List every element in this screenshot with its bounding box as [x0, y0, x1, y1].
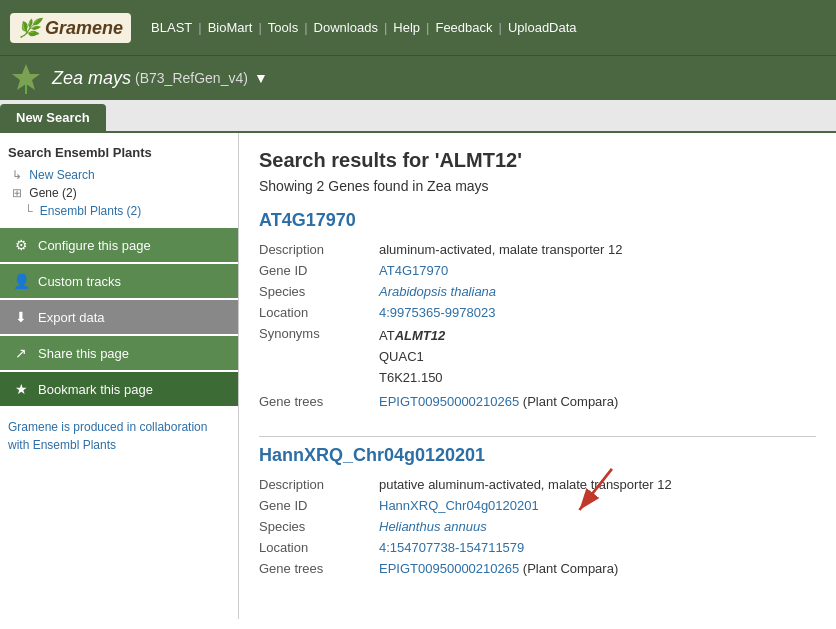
nav-tools[interactable]: Tools: [268, 20, 298, 35]
custom-tracks-icon: 👤: [12, 272, 30, 290]
sidebar-prefix-1: ↳: [12, 168, 22, 182]
table-row: Location 4:9975365-9978023: [259, 302, 816, 323]
tab-bar: New Search: [0, 100, 836, 133]
gene-trees-link-1[interactable]: EPIGT00950000210265: [379, 394, 519, 409]
nav-help[interactable]: Help: [393, 20, 420, 35]
location-value-2: 4:154707738-154711579: [379, 537, 816, 558]
sidebar-tree-ensembl: └ Ensembl Plants (2): [0, 202, 238, 220]
sidebar-tree-new-search: ↳ New Search: [0, 166, 238, 184]
desc-label: Description: [259, 239, 379, 260]
desc-label-2: Description: [259, 474, 379, 495]
nav-biomart[interactable]: BioMart: [208, 20, 253, 35]
nav-downloads[interactable]: Downloads: [314, 20, 378, 35]
location-label-2: Location: [259, 537, 379, 558]
species-label: Species: [259, 281, 379, 302]
nav-sep-6: |: [499, 20, 502, 35]
gene-id-link-2[interactable]: HannXRQ_Chr04g0120201: [379, 498, 539, 513]
table-row: Species Helianthus annuus: [259, 516, 816, 537]
table-row: Description aluminum-activated, malate t…: [259, 239, 816, 260]
location-label: Location: [259, 302, 379, 323]
bookmark-icon: ★: [12, 380, 30, 398]
tab-new-search[interactable]: New Search: [0, 104, 106, 131]
table-row: Synonyms ATALMT12 QUAC1 T6K21.150: [259, 323, 816, 391]
sidebar-prefix-2: ⊞: [12, 186, 22, 200]
species-value-2: Helianthus annuus: [379, 516, 816, 537]
nav-sep-3: |: [304, 20, 307, 35]
main-layout: Search Ensembl Plants ↳ New Search ⊞ Gen…: [0, 133, 836, 619]
synonyms-value: ATALMT12 QUAC1 T6K21.150: [379, 323, 816, 391]
gene-heading-hannxrq[interactable]: HannXRQ_Chr04g0120201: [259, 436, 816, 466]
table-row: Species Arabidopsis thaliana: [259, 281, 816, 302]
nav-links: BLAST | BioMart | Tools | Downloads | He…: [151, 20, 577, 35]
gene-id-label-2: Gene ID: [259, 495, 379, 516]
species-name: Zea mays: [52, 68, 131, 89]
nav-blast[interactable]: BLAST: [151, 20, 192, 35]
custom-tracks-label: Custom tracks: [38, 274, 121, 289]
sidebar-gene-label: Gene (2): [29, 186, 76, 200]
sidebar-link-new-search[interactable]: New Search: [29, 168, 94, 182]
table-row: Description putative aluminum-activated,…: [259, 474, 816, 495]
sidebar-prefix-3: └: [24, 204, 33, 218]
bookmark-page-button[interactable]: ★ Bookmark this page: [0, 372, 238, 406]
gene-table-1: Description aluminum-activated, malate t…: [259, 239, 816, 412]
gene-trees-value-2: EPIGT00950000210265 (Plant Compara): [379, 558, 816, 579]
sidebar-section-title: Search Ensembl Plants: [0, 141, 238, 166]
location-value: 4:9975365-9978023: [379, 302, 816, 323]
content-area: Search results for 'ALMT12' Showing 2 Ge…: [239, 133, 836, 619]
gene-id-label: Gene ID: [259, 260, 379, 281]
species-dropdown-icon[interactable]: ▼: [254, 70, 268, 86]
sidebar: Search Ensembl Plants ↳ New Search ⊞ Gen…: [0, 133, 239, 619]
share-icon: ↗: [12, 344, 30, 362]
table-row: Gene ID HannXRQ_Chr04g0120201: [259, 495, 816, 516]
location-link-2[interactable]: 4:154707738-154711579: [379, 540, 524, 555]
export-data-button[interactable]: ⬇ Export data: [0, 300, 238, 334]
species-icon: [10, 62, 42, 94]
gene-trees-link-2[interactable]: EPIGT00950000210265: [379, 561, 519, 576]
arrow-container: HannXRQ_Chr04g0120201: [379, 498, 539, 513]
nav-sep-1: |: [198, 20, 201, 35]
export-icon: ⬇: [12, 308, 30, 326]
synonyms-label: Synonyms: [259, 323, 379, 391]
gene-trees-suffix-1: (Plant Compara): [523, 394, 618, 409]
species-value: Arabidopsis thaliana: [379, 281, 816, 302]
species-bar: Zea mays (B73_RefGen_v4) ▼: [0, 55, 836, 100]
custom-tracks-button[interactable]: 👤 Custom tracks: [0, 264, 238, 298]
nav-sep-2: |: [258, 20, 261, 35]
desc-value-2: putative aluminum-activated, malate tran…: [379, 474, 816, 495]
gear-icon: ⚙: [12, 236, 30, 254]
export-data-label: Export data: [38, 310, 105, 325]
logo-leaf-icon: 🌿: [18, 18, 40, 38]
gene-id-value-2: HannXRQ_Chr04g0120201: [379, 495, 816, 516]
synonym-bold: ALMT12: [395, 328, 446, 343]
configure-page-label: Configure this page: [38, 238, 151, 253]
gene-id-link-1[interactable]: AT4G17970: [379, 263, 448, 278]
table-row: Gene trees EPIGT00950000210265 (Plant Co…: [259, 558, 816, 579]
species-link-1[interactable]: Arabidopsis thaliana: [379, 284, 496, 299]
nav-feedback[interactable]: Feedback: [435, 20, 492, 35]
gene-trees-suffix-2: (Plant Compara): [523, 561, 618, 576]
gramene-collaboration-link[interactable]: Gramene is produced in collaboration wit…: [8, 420, 207, 452]
gene-result-1: AT4G17970 Description aluminum-activated…: [259, 210, 816, 412]
share-page-button[interactable]: ↗ Share this page: [0, 336, 238, 370]
nav-sep-4: |: [384, 20, 387, 35]
gene-trees-label-2: Gene trees: [259, 558, 379, 579]
gene-trees-label: Gene trees: [259, 391, 379, 412]
gene-result-2: HannXRQ_Chr04g0120201 Description putati…: [259, 436, 816, 579]
table-row: Gene trees EPIGT00950000210265 (Plant Co…: [259, 391, 816, 412]
top-navigation: 🌿 Gramene BLAST | BioMart | Tools | Down…: [0, 0, 836, 55]
location-link-1[interactable]: 4:9975365-9978023: [379, 305, 495, 320]
table-row: Gene ID AT4G17970: [259, 260, 816, 281]
nav-uploaddata[interactable]: UploadData: [508, 20, 577, 35]
logo[interactable]: 🌿 Gramene: [10, 13, 131, 43]
species-ref: (B73_RefGen_v4): [135, 70, 248, 86]
share-page-label: Share this page: [38, 346, 129, 361]
gene-heading-at4g17970[interactable]: AT4G17970: [259, 210, 816, 231]
sidebar-tree-gene: ⊞ Gene (2): [0, 184, 238, 202]
sidebar-link-ensembl-plants[interactable]: Ensembl Plants (2): [40, 204, 141, 218]
configure-page-button[interactable]: ⚙ Configure this page: [0, 228, 238, 262]
nav-sep-5: |: [426, 20, 429, 35]
gene-table-2: Description putative aluminum-activated,…: [259, 474, 816, 579]
species-label-2: Species: [259, 516, 379, 537]
table-row: Location 4:154707738-154711579: [259, 537, 816, 558]
species-link-2[interactable]: Helianthus annuus: [379, 519, 487, 534]
